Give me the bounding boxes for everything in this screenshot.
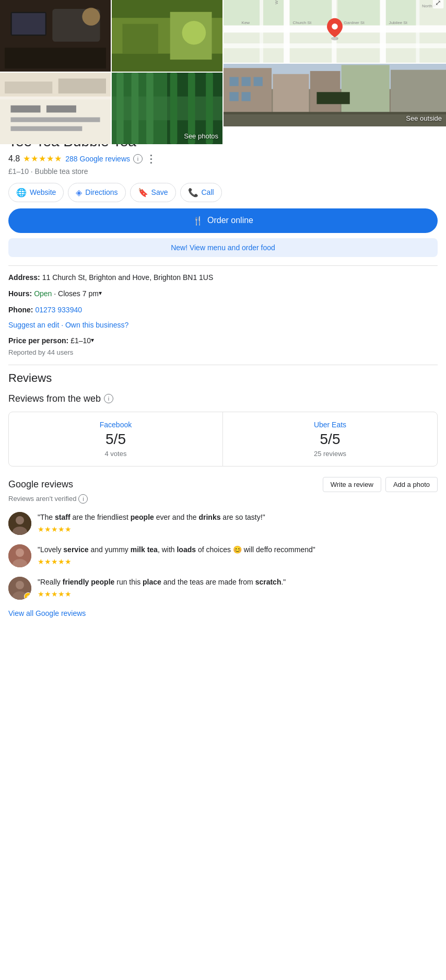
photo-sub-4[interactable]: See photos	[112, 73, 222, 144]
svg-point-49	[332, 24, 338, 30]
photo-sub-1[interactable]	[0, 0, 111, 72]
review-count[interactable]: 288 Google reviews	[65, 155, 130, 163]
hours-close-time: Closes 7 pm	[58, 288, 99, 299]
divider-1	[8, 265, 438, 266]
svg-rect-16	[10, 106, 40, 113]
svg-rect-26	[170, 73, 178, 144]
photo-sub-2[interactable]	[112, 0, 222, 72]
review-action-buttons: Write a review Add a photo	[323, 477, 438, 492]
reviewer-avatar-3[interactable]: ★	[8, 577, 31, 600]
google-reviews-title: Google reviews	[8, 479, 73, 490]
svg-rect-18	[10, 117, 100, 122]
svg-rect-19	[10, 126, 82, 131]
write-review-button[interactable]: Write a review	[323, 477, 381, 492]
google-reviews-header: Google reviews Write a review Add a phot…	[8, 477, 438, 492]
call-icon: 📞	[188, 188, 198, 197]
review-text-2: "Lovely service and yummy milk tea, with…	[38, 544, 438, 555]
see-outside-label[interactable]: See outside	[406, 114, 442, 122]
uber-eats-source[interactable]: Uber Eats	[231, 421, 429, 429]
review-item-1: "The staff are the friendliest people ev…	[8, 512, 438, 535]
review-content-2: "Lovely service and yummy milk tea, with…	[38, 544, 438, 566]
avatar-badge: ★	[24, 592, 31, 600]
add-photo-button[interactable]: Add a photo	[385, 477, 438, 492]
website-button[interactable]: 🌐 Website	[8, 183, 64, 202]
rating-stars: ★★★★★	[23, 154, 62, 164]
action-buttons: 🌐 Website ◈ Directions 🔖 Save 📞 Call	[8, 183, 438, 202]
svg-rect-35	[260, 0, 263, 63]
photo-grid: See photos K	[0, 0, 446, 126]
uber-eats-review-cell: Uber Eats 5/5 25 reviews	[223, 412, 437, 466]
edit-links: Suggest an edit · Own this business?	[8, 321, 438, 329]
order-online-button[interactable]: 🍴 Order online	[8, 208, 438, 233]
phone-label: Phone:	[8, 305, 33, 316]
facebook-count: 4 votes	[17, 450, 214, 458]
svg-rect-8	[122, 24, 158, 54]
svg-text:Church St: Church St	[292, 20, 312, 25]
web-reviews-grid: Facebook 5/5 4 votes Uber Eats 5/5 25 re…	[8, 412, 438, 466]
suggest-edit-link[interactable]: Suggest an edit	[8, 321, 59, 329]
svg-rect-60	[242, 77, 251, 86]
hours-row: Hours: Open · Closes 7 pm ▾	[8, 288, 438, 299]
reviewer-avatar-2[interactable]	[8, 544, 31, 567]
price-range: £1–10	[8, 167, 29, 176]
see-photos-label[interactable]: See photos	[184, 132, 218, 140]
address-label: Address:	[8, 272, 40, 283]
view-all-reviews-link[interactable]: View all Google reviews	[8, 609, 86, 617]
web-reviews-info-icon[interactable]: i	[104, 394, 113, 403]
reported-by: Reported by 44 users	[8, 348, 438, 356]
price-per-person-label: Price per person:	[8, 335, 68, 346]
review-text-3: "Really friendly people run this place a…	[38, 577, 438, 588]
rating-row: 4.8 ★★★★★ 288 Google reviews i ⋮	[8, 153, 438, 165]
review-stars-3: ★★★★★	[38, 590, 438, 598]
uber-eats-score: 5/5	[231, 431, 429, 448]
price-expand-icon[interactable]: ▾	[91, 335, 94, 345]
reviews-section-title: Reviews	[8, 371, 438, 385]
svg-rect-23	[116, 73, 124, 144]
svg-rect-38	[263, 0, 284, 25]
photo-sub-3[interactable]	[0, 73, 111, 144]
svg-rect-2	[12, 13, 45, 34]
more-options-icon[interactable]: ⋮	[146, 153, 156, 165]
svg-text:Gardner St: Gardner St	[344, 20, 365, 25]
facebook-source[interactable]: Facebook	[17, 421, 214, 429]
hours-expand-icon[interactable]: ▾	[99, 288, 102, 298]
svg-text:Windsor St: Windsor St	[274, 0, 279, 4]
review-text-1: "The staff are the friendliest people ev…	[38, 512, 438, 523]
review-content-3: "Really friendly people run this place a…	[38, 577, 438, 598]
hours-label: Hours:	[8, 288, 32, 299]
svg-rect-59	[230, 77, 239, 86]
svg-point-74	[16, 581, 24, 589]
address-row: Address: 11 Church St, Brighton and Hove…	[8, 272, 438, 283]
category: Bubble tea store	[35, 167, 88, 176]
svg-rect-63	[242, 92, 251, 101]
view-menu-banner[interactable]: New! View menu and order food	[8, 238, 438, 257]
phone-number[interactable]: 01273 933940	[35, 305, 82, 316]
facebook-score: 5/5	[17, 431, 214, 448]
review-content-1: "The staff are the friendliest people ev…	[38, 512, 438, 533]
svg-rect-62	[230, 92, 239, 101]
reviewer-avatar-1[interactable]	[8, 512, 31, 535]
street-view[interactable]: See outside	[224, 64, 446, 126]
map-thumbnail[interactable]: Kew Church St Gardner St Jubilee St Wind…	[224, 0, 446, 63]
svg-rect-14	[58, 78, 106, 94]
own-business-link[interactable]: Own this business?	[65, 321, 128, 329]
call-button[interactable]: 📞 Call	[180, 183, 222, 202]
svg-rect-17	[46, 106, 76, 113]
price-per-person-value: £1–10	[71, 335, 91, 346]
review-stars-2: ★★★★★	[38, 557, 438, 566]
not-verified: Reviews aren't verified i	[8, 494, 438, 504]
hours-open-status: Open	[34, 288, 52, 299]
photo-left[interactable]: See photos	[0, 0, 222, 126]
svg-point-10	[182, 21, 206, 45]
price-category: £1–10 · Bubble tea store	[8, 167, 438, 176]
svg-rect-32	[284, 0, 290, 63]
not-verified-info-icon[interactable]: i	[78, 494, 88, 504]
directions-button[interactable]: ◈ Directions	[68, 183, 125, 202]
rating-info-icon[interactable]: i	[133, 154, 143, 164]
review-stars-1: ★★★★★	[38, 525, 438, 533]
price-per-person-row: Price per person: £1–10 ▾	[8, 335, 438, 346]
directions-icon: ◈	[76, 188, 82, 197]
review-item-2: "Lovely service and yummy milk tea, with…	[8, 544, 438, 567]
save-button[interactable]: 🔖 Save	[130, 183, 176, 202]
svg-point-68	[16, 516, 24, 524]
